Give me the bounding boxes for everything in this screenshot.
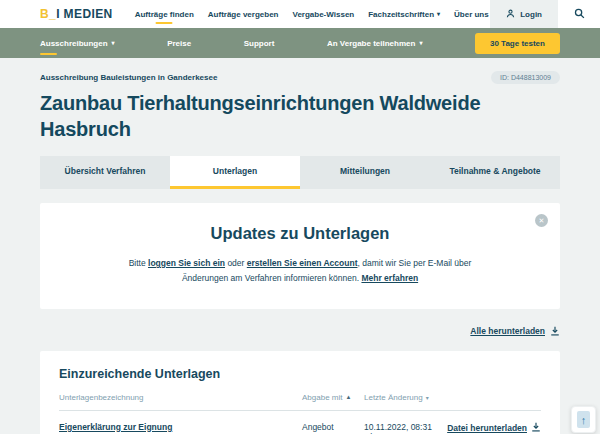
- search-icon: [574, 5, 585, 23]
- updates-card-title: Updates zu Unterlagen: [118, 224, 482, 243]
- subnav-item-label: Ausschreibungen: [40, 39, 108, 48]
- column-header-name[interactable]: Unterlagenbezeichnung: [59, 393, 302, 402]
- nav-item-ueber-uns[interactable]: Über uns: [454, 0, 489, 28]
- page-title: Zaunbau Tierhaltungseinrichtungen Waldwe…: [40, 90, 520, 142]
- subnav-item-ausschreibungen[interactable]: Ausschreibungen▾: [40, 28, 115, 58]
- chevron-down-icon: ▾: [437, 11, 440, 17]
- nav-item-vergabe-wissen[interactable]: Vergabe-Wissen: [292, 0, 354, 28]
- last-change-cell: 10.11.2022, 08:31 Uhr: [364, 422, 447, 434]
- file-download-link[interactable]: Datei herunterladen: [447, 422, 541, 434]
- chevron-down-icon: ▾: [112, 40, 115, 46]
- brand-logo[interactable]: B_I MEDIEN: [40, 7, 113, 21]
- login-link[interactable]: loggen Sie sich ein: [148, 258, 225, 268]
- nav-item-label: Aufträge vergeben: [208, 10, 279, 19]
- logo-prefix: B_: [40, 7, 56, 21]
- tab-teilnahme-angebote[interactable]: Teilnahme & Angebote: [430, 156, 560, 189]
- close-icon[interactable]: ✕: [535, 214, 548, 227]
- download-all-link[interactable]: Alle herunterladen: [40, 322, 560, 340]
- column-label: Unterlagenbezeichnung: [59, 393, 144, 402]
- nav-item-fachzeitschriften[interactable]: Fachzeitschriften▾: [368, 0, 440, 28]
- login-label: Login: [520, 10, 542, 19]
- logo-text: I MEDIEN: [56, 7, 113, 21]
- tender-id-badge: ID: D448813009: [491, 71, 560, 84]
- subnav-item-label: Preise: [167, 39, 191, 48]
- download-icon: [531, 422, 541, 434]
- trial-cta-button[interactable]: 30 Tage testen: [475, 33, 560, 54]
- tab-bar: Übersicht Verfahren Unterlagen Mitteilun…: [40, 156, 560, 189]
- nav-item-label: Fachzeitschriften: [368, 10, 434, 19]
- submit-with-cell: Angebot: [302, 422, 364, 432]
- tab-mitteilungen[interactable]: Mitteilungen: [300, 156, 430, 189]
- document-name-cell: Eigenerklärung zur Eignung Eigenerklaeru…: [59, 422, 302, 434]
- documents-card: Einzureichende Unterlagen Unterlagenbeze…: [40, 351, 560, 434]
- create-account-link[interactable]: erstellen Sie einen Account: [247, 258, 358, 268]
- sort-up-icon: ▲: [345, 394, 351, 400]
- main-nav: Aufträge finden Aufträge vergeben Vergab…: [135, 0, 489, 28]
- text-fragment: Bitte: [129, 258, 148, 268]
- top-header: B_I MEDIEN Aufträge finden Aufträge verg…: [0, 0, 600, 28]
- tab-uebersicht-verfahren[interactable]: Übersicht Verfahren: [40, 156, 170, 189]
- subnav-item-support[interactable]: Support: [244, 28, 275, 58]
- search-button[interactable]: [558, 0, 600, 28]
- nav-item-label: Aufträge finden: [135, 10, 194, 19]
- nav-item-label: Vergabe-Wissen: [292, 10, 354, 19]
- text-fragment: oder: [225, 258, 247, 268]
- updates-card-text: Bitte loggen Sie sich ein oder erstellen…: [118, 256, 482, 287]
- document-link[interactable]: Eigenerklärung zur Eignung: [59, 422, 172, 432]
- tab-unterlagen[interactable]: Unterlagen: [170, 156, 300, 189]
- learn-more-link[interactable]: Mehr erfahren: [361, 273, 418, 283]
- column-header-submit-with[interactable]: Abgabe mit▲: [302, 393, 364, 402]
- nav-item-auftraege-finden[interactable]: Aufträge finden: [135, 0, 194, 28]
- subnav: Ausschreibungen▾ Preise Support An Verga…: [0, 28, 600, 58]
- column-label: Abgabe mit: [302, 393, 342, 402]
- chevron-down-icon: ▾: [419, 40, 422, 46]
- table-row: Eigenerklärung zur Eignung Eigenerklaeru…: [59, 411, 541, 434]
- documents-table-header: Unterlagenbezeichnung Abgabe mit▲ Letzte…: [59, 393, 541, 411]
- file-download-label: Datei herunterladen: [447, 423, 527, 433]
- column-label: Letzte Änderung: [364, 393, 423, 402]
- nav-item-label: Über uns: [454, 10, 489, 19]
- updates-card: ✕ Updates zu Unterlagen Bitte loggen Sie…: [40, 203, 560, 309]
- nav-item-auftraege-vergeben[interactable]: Aufträge vergeben: [208, 0, 279, 28]
- user-icon: [506, 9, 515, 20]
- subnav-item-label: An Vergabe teilnehmen: [327, 39, 415, 48]
- download-all-label: Alle herunterladen: [470, 326, 545, 336]
- subnav-item-an-vergabe-teilnehmen[interactable]: An Vergabe teilnehmen▾: [327, 28, 422, 58]
- column-header-last-change[interactable]: Letzte Änderung▾: [364, 393, 541, 402]
- subnav-item-label: Support: [244, 39, 275, 48]
- subnav-item-preise[interactable]: Preise: [167, 28, 191, 58]
- breadcrumb-row: Ausschreibung Bauleistungen in Ganderkes…: [40, 71, 560, 84]
- documents-card-title: Einzureichende Unterlagen: [59, 367, 541, 381]
- main-content: Ausschreibung Bauleistungen in Ganderkes…: [0, 71, 600, 434]
- breadcrumb[interactable]: Ausschreibung Bauleistungen in Ganderkes…: [40, 73, 217, 82]
- arrow-up-icon: ↑: [577, 411, 590, 428]
- download-icon: [550, 322, 560, 340]
- scroll-to-top-button[interactable]: ↑: [571, 406, 596, 433]
- login-button[interactable]: Login: [490, 0, 558, 28]
- sort-down-icon: ▾: [426, 394, 429, 401]
